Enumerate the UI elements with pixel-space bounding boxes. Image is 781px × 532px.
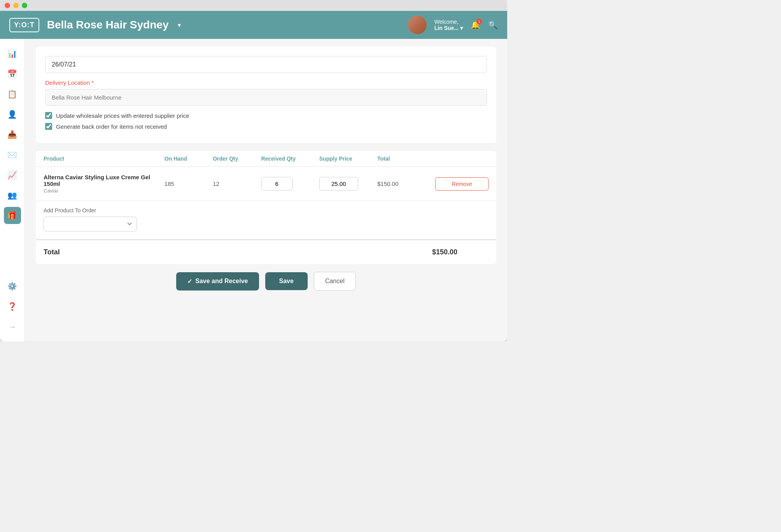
total-row: Total $150.00 bbox=[36, 240, 496, 264]
col-order-qty: Order Qty bbox=[213, 156, 261, 162]
sidebar: 📊 📅 📋 👤 📥 ✉️ 📈 👥 🎁 ⚙️ ❓ → bbox=[0, 39, 25, 341]
save-button[interactable]: Save bbox=[265, 272, 308, 290]
header-right: Welcome, Lin Sue... ▾ 🔔 1 🔍 bbox=[408, 16, 498, 34]
sidebar-item-orders[interactable]: 📋 bbox=[4, 86, 21, 103]
avatar-image bbox=[408, 16, 427, 34]
sidebar-item-inventory[interactable]: 🎁 bbox=[4, 207, 21, 224]
main-content: Delivery Location * Update wholesale pri… bbox=[25, 39, 507, 341]
checkmark-icon: ✓ bbox=[187, 278, 192, 285]
total-value: $150.00 bbox=[377, 180, 435, 187]
add-product-select[interactable] bbox=[44, 217, 137, 231]
form-card: Delivery Location * Update wholesale pri… bbox=[36, 47, 496, 143]
sidebar-item-calendar[interactable]: 📅 bbox=[4, 65, 21, 82]
col-supply-price: Supply Price bbox=[319, 156, 377, 162]
add-product-label: Add Product To Order bbox=[44, 207, 489, 214]
col-product: Product bbox=[44, 156, 165, 162]
order-table: Product On Hand Order Qty Received Qty S… bbox=[36, 151, 496, 264]
user-name[interactable]: Lin Sue... ▾ bbox=[434, 25, 463, 31]
save-and-receive-button[interactable]: ✓ Save and Receive bbox=[176, 272, 259, 290]
app-body: 📊 📅 📋 👤 📥 ✉️ 📈 👥 🎁 ⚙️ ❓ → Delivery Locat… bbox=[0, 39, 507, 341]
delivery-location-input[interactable] bbox=[45, 89, 487, 106]
wholesale-price-checkbox[interactable] bbox=[45, 112, 52, 119]
close-button[interactable] bbox=[5, 3, 10, 8]
total-label: Total bbox=[44, 248, 60, 256]
checkbox-row-2: Generate back order for items not receiv… bbox=[45, 123, 487, 130]
sidebar-item-teams[interactable]: 👥 bbox=[4, 187, 21, 204]
checkbox-row-1: Update wholesale prices with entered sup… bbox=[45, 112, 487, 119]
cancel-button[interactable]: Cancel bbox=[314, 272, 356, 290]
welcome-label: Welcome, bbox=[434, 19, 463, 25]
user-chevron-icon: ▾ bbox=[460, 25, 463, 31]
wholesale-price-label: Update wholesale prices with entered sup… bbox=[56, 112, 189, 119]
order-qty-value: 12 bbox=[213, 180, 261, 187]
col-received-qty: Received Qty bbox=[261, 156, 319, 162]
received-qty-input[interactable] bbox=[261, 177, 292, 191]
date-input[interactable] bbox=[45, 56, 487, 73]
back-order-label: Generate back order for items not receiv… bbox=[56, 123, 167, 130]
search-icon[interactable]: 🔍 bbox=[488, 20, 498, 30]
col-on-hand: On Hand bbox=[165, 156, 213, 162]
user-info: Welcome, Lin Sue... ▾ bbox=[434, 19, 463, 31]
sidebar-item-logout[interactable]: → bbox=[4, 318, 21, 335]
sidebar-item-inbox[interactable]: 📥 bbox=[4, 126, 21, 143]
table-header: Product On Hand Order Qty Received Qty S… bbox=[36, 151, 496, 167]
on-hand-value: 185 bbox=[165, 180, 213, 187]
product-brand: Caviar bbox=[44, 188, 165, 194]
sidebar-item-help[interactable]: ❓ bbox=[4, 298, 21, 315]
back-order-checkbox[interactable] bbox=[45, 123, 52, 130]
total-amount: $150.00 bbox=[432, 248, 457, 256]
sidebar-item-reports[interactable]: 📈 bbox=[4, 166, 21, 184]
logo: Y:O:T bbox=[9, 18, 39, 32]
remove-button[interactable]: Remove bbox=[435, 177, 489, 191]
notification-bell[interactable]: 🔔 1 bbox=[471, 20, 480, 30]
product-name: Alterna Caviar Styling Luxe Creme Gel 15… bbox=[44, 174, 165, 187]
titlebar bbox=[0, 0, 507, 11]
col-action bbox=[435, 156, 489, 162]
sidebar-bottom: ⚙️ ❓ → bbox=[4, 278, 21, 335]
avatar bbox=[408, 16, 427, 34]
add-product-section: Add Product To Order bbox=[36, 201, 496, 239]
save-receive-label: Save and Receive bbox=[195, 278, 248, 285]
app-header: Y:O:T Bella Rose Hair Sydney ▾ Welcome, … bbox=[0, 11, 507, 39]
col-total: Total bbox=[377, 156, 435, 162]
action-bar: ✓ Save and Receive Save Cancel bbox=[36, 264, 496, 298]
sidebar-item-dashboard[interactable]: 📊 bbox=[4, 45, 21, 62]
sidebar-item-settings[interactable]: ⚙️ bbox=[4, 278, 21, 295]
sidebar-item-messages[interactable]: ✉️ bbox=[4, 146, 21, 163]
notification-badge: 1 bbox=[476, 19, 482, 24]
delivery-location-label: Delivery Location * bbox=[45, 79, 487, 86]
product-info: Alterna Caviar Styling Luxe Creme Gel 15… bbox=[44, 174, 165, 194]
store-name: Bella Rose Hair Sydney bbox=[47, 19, 169, 31]
supply-price-input[interactable] bbox=[319, 177, 358, 191]
sidebar-item-clients[interactable]: 👤 bbox=[4, 106, 21, 123]
store-dropdown-icon[interactable]: ▾ bbox=[178, 21, 181, 29]
maximize-button[interactable] bbox=[22, 3, 27, 8]
minimize-button[interactable] bbox=[13, 3, 19, 8]
table-row: Alterna Caviar Styling Luxe Creme Gel 15… bbox=[36, 167, 496, 201]
